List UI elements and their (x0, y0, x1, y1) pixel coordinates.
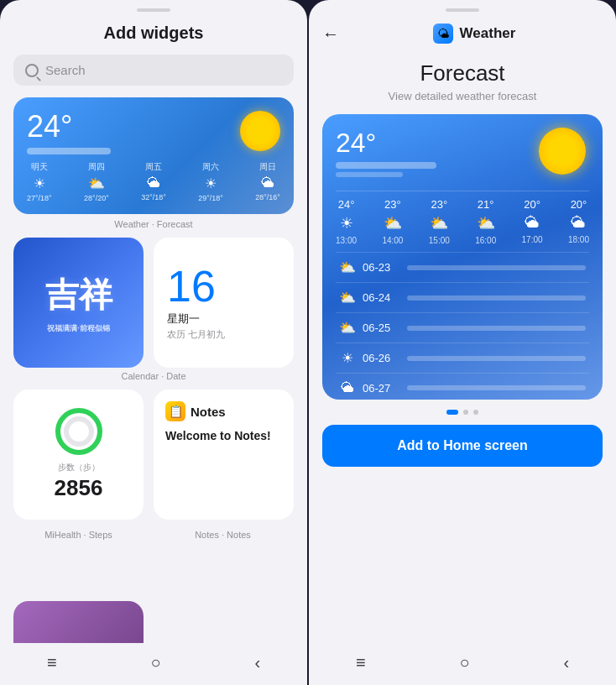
health-label: MiHealth · Steps (13, 530, 144, 540)
hour-item-5: 20° 🌥 18:00 (568, 198, 589, 245)
hour-item-4: 20° 🌥 17:00 (522, 198, 543, 245)
weather-day-0: 明天 ☀ 27°/18° (27, 161, 52, 202)
weather-app-icon: 🌤 (433, 24, 453, 44)
nav-back-icon[interactable]: ‹ (254, 653, 260, 672)
purple-widget-partial (13, 601, 144, 643)
calendar-lunar: 农历 七月初九 (167, 328, 280, 341)
health-steps-label: 步数（步） (58, 462, 100, 473)
drag-handle[interactable] (137, 8, 170, 12)
health-ring-outer (55, 408, 102, 455)
calendar-widget-label: Calendar · Date (0, 371, 307, 381)
weather-widget[interactable]: 24° 明天 ☀ 27°/18° 周四 ⛅ 28°/20° 周五 🌥 32°/1… (13, 97, 294, 214)
lucky-widget[interactable]: 吉祥 祝福满满·前程似锦 (13, 238, 144, 368)
right-nav-menu-icon[interactable]: ≡ (356, 653, 366, 672)
nav-home-icon[interactable]: ○ (150, 653, 160, 672)
weather-widget-label: Weather · Forecast (0, 219, 307, 229)
hourly-row: 24° ☀ 13:00 23° ⛅ 14:00 23° ⛅ 15:00 21° … (336, 191, 589, 252)
hour-item-2: 23° ⛅ 15:00 (429, 198, 450, 245)
left-panel: Add widgets Search 24° 明天 ☀ 27°/18° 周四 ⛅… (0, 0, 307, 685)
notes-label: Notes · Notes (152, 530, 294, 540)
forecast-title: Forecast (309, 60, 616, 86)
search-bar[interactable]: Search (13, 55, 294, 86)
calendar-weekday: 星期一 (167, 311, 280, 327)
health-ring-inner (64, 416, 94, 447)
sun-icon (240, 111, 280, 151)
back-button[interactable]: ← (322, 24, 339, 44)
calendar-number: 16 (167, 264, 280, 308)
dot-2 (463, 410, 468, 415)
left-bottom-nav: ≡ ○ ‹ (0, 643, 307, 685)
weather-day-4: 周日 🌥 28°/16° (255, 161, 280, 202)
big-sun-icon (539, 128, 586, 175)
lucky-char: 吉祥 (45, 272, 112, 318)
dot-1 (446, 410, 458, 415)
big-weather-location (336, 162, 436, 169)
health-steps-value: 2856 (55, 475, 103, 501)
hour-item-3: 21° ⛅ 16:00 (475, 198, 496, 245)
dots-indicator (309, 410, 616, 415)
daily-row-4: 🌥 06-27 (336, 373, 589, 400)
daily-row-0: ⛅ 06-23 (336, 252, 589, 282)
search-placeholder: Search (45, 63, 86, 77)
right-header: ← 🌤 Weather (309, 12, 616, 52)
notes-app-icon: 📋 (165, 401, 185, 421)
big-weather-widget[interactable]: 24° 24° ☀ 13:00 23° ⛅ 14:00 23° ⛅ 15:00 … (322, 114, 603, 400)
notes-content: Welcome to Notes! (165, 428, 282, 445)
daily-row-3: ☀ 06-26 (336, 342, 589, 373)
notes-header: 📋 Notes (165, 401, 282, 421)
hour-item-1: 23° ⛅ 14:00 (382, 198, 403, 245)
weather-day-2: 周五 🌥 32°/18° (141, 161, 166, 202)
notes-widget[interactable]: 📋 Notes Welcome to Notes! (154, 390, 294, 520)
add-to-home-button[interactable]: Add to Home screen (322, 425, 603, 467)
weather-location-bar (27, 148, 111, 154)
weather-day-3: 周六 ☀ 29°/18° (198, 161, 223, 202)
big-weather-desc-bar (336, 172, 403, 177)
calendar-row: 吉祥 祝福满满·前程似锦 16 星期一 农历 七月初九 (13, 238, 294, 368)
search-icon (25, 64, 39, 77)
weather-days: 明天 ☀ 27°/18° 周四 ⛅ 28°/20° 周五 🌥 32°/18° 周… (27, 161, 280, 202)
health-widget[interactable]: 步数（步） 2856 (13, 390, 144, 520)
calendar-widget[interactable]: 16 星期一 农历 七月初九 (154, 238, 294, 368)
bottom-widget-labels: MiHealth · Steps Notes · Notes (13, 530, 294, 540)
lucky-subtitle: 祝福满满·前程似锦 (47, 323, 110, 334)
dot-3 (473, 410, 478, 415)
hour-item-0: 24° ☀ 13:00 (336, 198, 357, 245)
daily-row-2: ⛅ 06-25 (336, 312, 589, 342)
forecast-subtitle: View detailed weather forecast (309, 90, 616, 102)
health-notes-row: 步数（步） 2856 📋 Notes Welcome to Notes! (13, 390, 294, 520)
right-nav-back-icon[interactable]: ‹ (563, 653, 569, 672)
left-panel-title: Add widgets (0, 24, 307, 43)
nav-menu-icon[interactable]: ≡ (47, 653, 57, 672)
weather-day-1: 周四 ⛅ 28°/20° (84, 161, 109, 202)
right-bottom-nav: ≡ ○ ‹ (309, 643, 616, 685)
right-header-center: 🌤 Weather (346, 24, 603, 44)
right-panel: ← 🌤 Weather Forecast View detailed weath… (309, 0, 616, 685)
notes-title: Notes (191, 405, 226, 419)
daily-row-1: ⛅ 06-24 (336, 282, 589, 312)
right-panel-title: Weather (460, 25, 516, 42)
right-nav-home-icon[interactable]: ○ (459, 653, 469, 672)
